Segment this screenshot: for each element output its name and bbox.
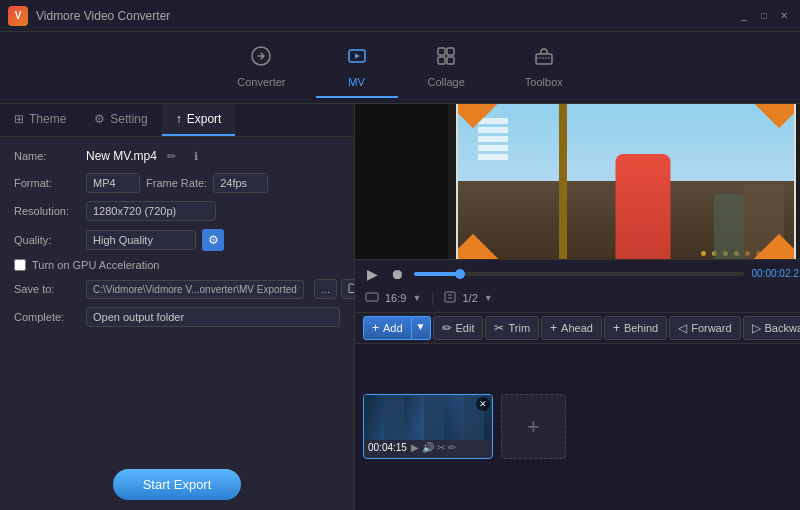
video-preview: ✕: [355, 104, 800, 259]
export-icon: ↑: [176, 112, 182, 126]
add-dropdown-button[interactable]: ▼: [412, 316, 431, 340]
behind-button[interactable]: + Behind: [604, 316, 667, 340]
svg-rect-3: [447, 48, 454, 55]
quality-row: Quality: High Quality Standard Quality C…: [14, 229, 340, 251]
gpu-label: Turn on GPU Acceleration: [32, 259, 159, 271]
clip-thumbnail: [364, 395, 492, 440]
name-value-group: New MV.mp4 ✏ ℹ: [86, 147, 340, 165]
tab-converter[interactable]: Converter: [207, 37, 315, 98]
tab-collage-label: Collage: [428, 76, 465, 88]
timeline: ✕ 00:04:15 ▶ 🔊 ✂ ✏ + 1 / 1: [355, 344, 800, 511]
progress-bar[interactable]: [414, 272, 744, 276]
path-buttons: ...: [314, 279, 354, 299]
backward-label: Backward: [765, 322, 800, 334]
svg-rect-5: [447, 57, 454, 64]
window-controls: ⎯ □ ✕: [736, 8, 792, 24]
forward-button[interactable]: ◁ Forward: [669, 316, 740, 340]
svg-rect-4: [438, 57, 445, 64]
complete-row: Complete: Open output folder Do nothing: [14, 307, 340, 327]
clip-duration: 00:04:15: [368, 442, 407, 453]
info-name-icon[interactable]: ℹ: [187, 147, 205, 165]
progress-thumb[interactable]: [455, 269, 465, 279]
forward-label: Forward: [691, 322, 731, 334]
tab-converter-label: Converter: [237, 76, 285, 88]
resolution-value-group: 1280x720 (720p) 1920x1080 (1080p) 640x48…: [86, 201, 340, 221]
backward-icon: ▷: [752, 321, 761, 335]
gpu-checkbox[interactable]: [14, 259, 26, 271]
tab-export-label: Export: [187, 112, 222, 126]
complete-label: Complete:: [14, 311, 86, 323]
name-value: New MV.mp4: [86, 149, 157, 163]
clip-cut-icon[interactable]: ✂: [437, 442, 445, 453]
resolution-select[interactable]: 1280x720 (720p) 1920x1080 (1080p) 640x48…: [86, 201, 216, 221]
stop-button[interactable]: ⏺: [388, 264, 406, 284]
clip-vol-icon[interactable]: 🔊: [422, 442, 434, 453]
page-chevron-icon[interactable]: ▼: [484, 293, 493, 303]
tab-theme[interactable]: ⊞ Theme: [0, 104, 80, 136]
path-folder-button[interactable]: [341, 279, 354, 299]
close-button[interactable]: ✕: [776, 8, 792, 24]
video-content: [458, 104, 794, 259]
clip-info: 00:04:15 ▶ 🔊 ✂ ✏: [364, 440, 492, 455]
tab-mv[interactable]: MV: [316, 37, 398, 98]
tab-export[interactable]: ↑ Export: [162, 104, 236, 136]
stripes-decoration: [478, 118, 508, 198]
page-display: 1/2: [462, 292, 477, 304]
right-panel: ✕ ▶ ⏺ 00:00:02.21/00:04:15.12 🔊: [355, 104, 800, 510]
secondary-controls: 16:9 ▼ | 1/2 ▼ Start Export: [365, 288, 800, 308]
save-path-display: C:\Vidmore\Vidmore V...onverter\MV Expor…: [86, 280, 304, 299]
play-button[interactable]: ▶: [365, 264, 380, 284]
svg-rect-2: [438, 48, 445, 55]
add-clip-button[interactable]: +: [501, 394, 566, 459]
complete-select[interactable]: Open output folder Do nothing: [86, 307, 340, 327]
clip-play-icon[interactable]: ▶: [411, 442, 419, 453]
aspect-chevron-icon[interactable]: ▼: [412, 293, 421, 303]
resolution-label: Resolution:: [14, 205, 86, 217]
titlebar-left: V Vidmore Video Converter: [8, 6, 170, 26]
quality-select[interactable]: High Quality Standard Quality Custom: [86, 230, 196, 250]
nav-tabs: Converter MV Collage Toolbox: [0, 32, 800, 104]
quality-value-group: High Quality Standard Quality Custom ⚙: [86, 229, 340, 251]
clip-controls: ▶ 🔊 ✂ ✏: [411, 442, 456, 453]
edit-button[interactable]: ✏ Edit: [433, 316, 484, 340]
behind-label: Behind: [624, 322, 658, 334]
ahead-icon: +: [550, 321, 557, 335]
converter-icon: [250, 45, 272, 72]
name-row: Name: New MV.mp4 ✏ ℹ: [14, 147, 340, 165]
app-title: Vidmore Video Converter: [36, 9, 170, 23]
preview-frame: ✕: [456, 104, 796, 259]
tab-setting[interactable]: ⚙ Setting: [80, 104, 161, 136]
path-dots-button[interactable]: ...: [314, 279, 337, 299]
tab-mv-label: MV: [348, 76, 365, 88]
format-row: Format: MP4 MOV AVI Frame Rate: 24fps 30…: [14, 173, 340, 193]
add-label: Add: [383, 322, 403, 334]
quality-settings-button[interactable]: ⚙: [202, 229, 224, 251]
video-controls: ▶ ⏺ 00:00:02.21/00:04:15.12 🔊 16:9 ▼: [355, 259, 800, 312]
aspect-ratio-label: 16:9: [385, 292, 406, 304]
aspect-icon: [365, 292, 379, 304]
page-icon: [444, 291, 456, 305]
format-select[interactable]: MP4 MOV AVI: [86, 173, 140, 193]
minimize-button[interactable]: ⎯: [736, 8, 752, 24]
maximize-button[interactable]: □: [756, 8, 772, 24]
tab-setting-label: Setting: [110, 112, 147, 126]
edit-name-icon[interactable]: ✏: [163, 147, 181, 165]
gpu-row: Turn on GPU Acceleration: [14, 259, 340, 271]
trim-button[interactable]: ✂ Trim: [485, 316, 539, 340]
format-value-group: MP4 MOV AVI Frame Rate: 24fps 30fps 60fp…: [86, 173, 340, 193]
tab-toolbox-label: Toolbox: [525, 76, 563, 88]
svg-rect-8: [445, 292, 455, 302]
tab-toolbox[interactable]: Toolbox: [495, 37, 593, 98]
clip-edit2-icon[interactable]: ✏: [448, 442, 456, 453]
backward-button[interactable]: ▷ Backward: [743, 316, 800, 340]
tab-collage[interactable]: Collage: [398, 37, 495, 98]
main-content: ⊞ Theme ⚙ Setting ↑ Export Name: New MV.…: [0, 104, 800, 510]
start-export-button[interactable]: Start Export: [113, 469, 242, 500]
ahead-label: Ahead: [561, 322, 593, 334]
framerate-select[interactable]: 24fps 30fps 60fps: [213, 173, 268, 193]
complete-value-group: Open output folder Do nothing: [86, 307, 340, 327]
collage-icon: [435, 45, 457, 72]
ahead-button[interactable]: + Ahead: [541, 316, 602, 340]
trim-label: Trim: [508, 322, 530, 334]
add-button[interactable]: + Add: [363, 316, 412, 340]
